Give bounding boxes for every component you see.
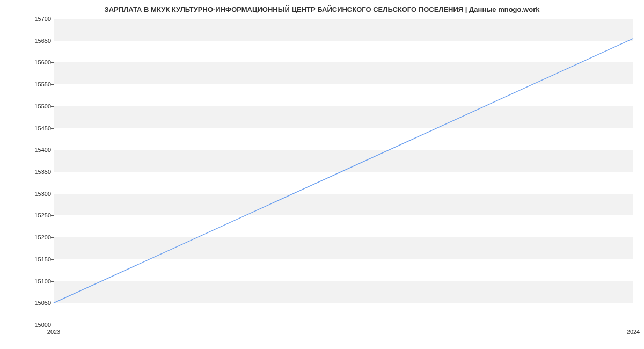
- chart-container: ЗАРПЛАТА В МКУК КУЛЬТУРНО-ИНФОРМАЦИОННЫЙ…: [0, 0, 644, 349]
- y-tick-label: 15550: [3, 81, 51, 88]
- chart-title: ЗАРПЛАТА В МКУК КУЛЬТУРНО-ИНФОРМАЦИОННЫЙ…: [0, 5, 644, 13]
- y-tick-label: 15250: [3, 212, 51, 219]
- y-tick-label: 15400: [3, 147, 51, 153]
- y-tick-label: 15650: [3, 38, 51, 44]
- chart-line-svg: [54, 19, 633, 325]
- x-tick-label: 2023: [47, 329, 60, 335]
- y-tick-label: 15500: [3, 103, 51, 110]
- x-tick-label: 2024: [627, 329, 640, 335]
- series-line: [54, 39, 633, 303]
- y-tick-label: 15450: [3, 125, 51, 132]
- y-tick-label: 15350: [3, 169, 51, 175]
- y-tick-label: 15050: [3, 300, 51, 306]
- y-tick-label: 15600: [3, 59, 51, 66]
- y-tick-label: 15000: [3, 322, 51, 328]
- y-tick-label: 15200: [3, 234, 51, 241]
- y-tick-label: 15100: [3, 278, 51, 285]
- y-tick: [51, 325, 54, 325]
- y-tick-label: 15300: [3, 191, 51, 197]
- y-tick-label: 15700: [3, 16, 51, 22]
- y-tick-label: 15150: [3, 256, 51, 263]
